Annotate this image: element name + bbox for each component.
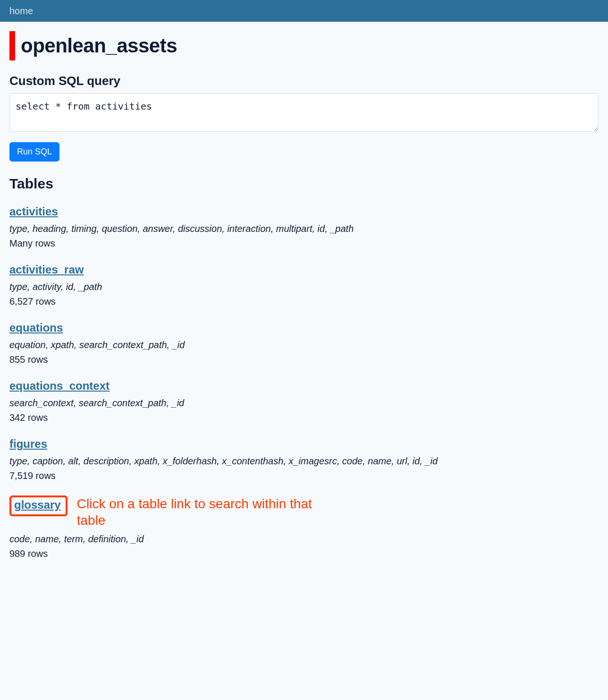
table-rowcount: Many rows [9, 238, 599, 249]
table-rowcount: 342 rows [9, 412, 599, 423]
table-link-glossary[interactable]: glossary [14, 498, 61, 512]
table-columns: search_context, search_context_path, _id [9, 396, 599, 410]
table-entry: activitiestype, heading, timing, questio… [9, 205, 599, 249]
table-entry: activities_rawtype, activity, id, _path6… [9, 263, 599, 307]
table-columns: type, caption, alt, description, xpath, … [9, 454, 599, 468]
table-entry: glossaryClick on a table link to search … [9, 495, 599, 559]
main-content: openlean_assets Custom SQL query Run SQL… [0, 22, 608, 592]
annotation-text: Click on a table link to search within t… [77, 495, 313, 529]
navbar: home [0, 0, 608, 22]
table-link-equations_context[interactable]: equations_context [9, 379, 110, 393]
table-columns: type, heading, timing, question, answer,… [9, 222, 599, 235]
table-columns: code, name, term, definition, _id [9, 532, 599, 546]
table-entry: figurestype, caption, alt, description, … [9, 437, 599, 481]
table-rowcount: 855 rows [9, 354, 599, 365]
table-link-activities_raw[interactable]: activities_raw [9, 263, 84, 276]
sql-heading: Custom SQL query [9, 74, 599, 88]
table-rowcount: 989 rows [9, 548, 599, 559]
accent-bar [9, 31, 15, 60]
table-link-activities[interactable]: activities [9, 205, 58, 218]
highlight-box: glossary [9, 495, 68, 516]
tables-list: activitiestype, heading, timing, questio… [9, 205, 599, 559]
title-row: openlean_assets [9, 31, 599, 60]
run-sql-button[interactable]: Run SQL [9, 142, 59, 162]
annotation-row: glossaryClick on a table link to search … [9, 495, 599, 529]
table-rowcount: 7,519 rows [9, 470, 599, 481]
sql-input[interactable] [9, 93, 599, 132]
table-columns: equation, xpath, search_context_path, _i… [9, 338, 599, 351]
home-link[interactable]: home [9, 6, 33, 17]
table-rowcount: 6,527 rows [9, 296, 599, 307]
table-link-equations[interactable]: equations [9, 321, 63, 334]
page-title: openlean_assets [21, 34, 177, 57]
table-columns: type, activity, id, _path [9, 280, 599, 293]
table-entry: equations_contextsearch_context, search_… [9, 379, 599, 423]
table-entry: equationsequation, xpath, search_context… [9, 321, 599, 365]
tables-heading: Tables [9, 176, 599, 192]
table-link-figures[interactable]: figures [9, 437, 47, 451]
